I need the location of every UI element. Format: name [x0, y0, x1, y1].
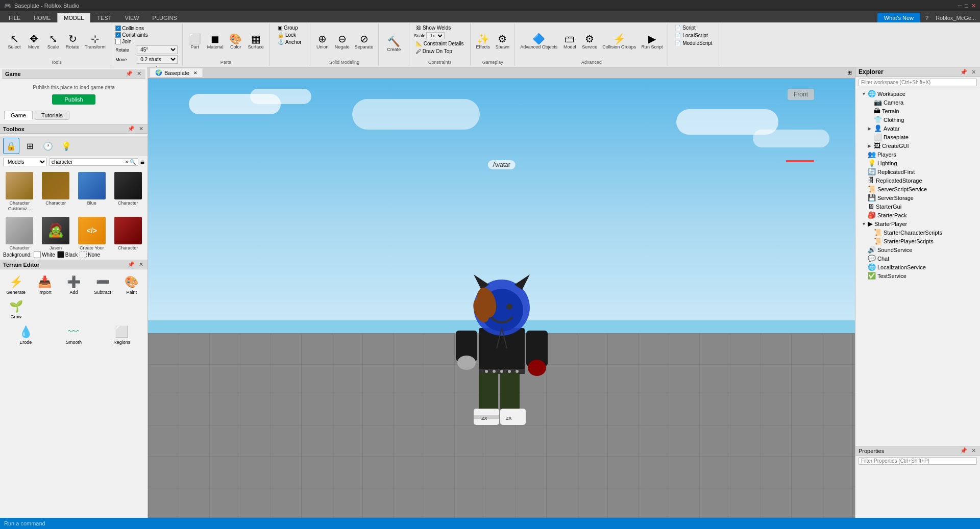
toolbox-item[interactable]: </> Create Your: [75, 215, 110, 249]
tree-item-startercharacterscripts[interactable]: 📜StarterCharacterScripts: [855, 228, 980, 237]
tree-item-serverscriptservice[interactable]: 📜ServerScriptService: [855, 185, 980, 193]
material-btn[interactable]: ◼ Material: [205, 33, 226, 51]
toolbox-item[interactable]: Character: [38, 170, 74, 214]
terrain-subtract-btn[interactable]: ➖ Subtract: [89, 273, 117, 297]
model-btn[interactable]: 🗃 Model: [560, 33, 579, 51]
toolbox-icon-marketplace[interactable]: 💡: [58, 138, 75, 154]
bg-none[interactable]: None: [80, 251, 100, 258]
rotate-btn[interactable]: ↻ Rotate: [63, 33, 82, 51]
command-input[interactable]: [4, 520, 976, 526]
baseplate-tab[interactable]: 🌍 Baseplate ✕: [150, 68, 203, 77]
transform-btn[interactable]: ⊹ Transform: [83, 33, 108, 51]
toolbox-item[interactable]: Character: [110, 215, 145, 249]
game-tab-tutorials[interactable]: Tutorials: [35, 111, 69, 120]
group-btn[interactable]: ▣Group: [276, 24, 304, 31]
constraints-checkbox[interactable]: ✓ Constraints: [115, 32, 148, 38]
script-btn[interactable]: 📄Script: [673, 24, 714, 31]
help-btn[interactable]: ?: [922, 13, 932, 22]
category-dropdown[interactable]: Models Free Models Plugins: [3, 158, 47, 166]
toolbox-pin[interactable]: 📌: [127, 125, 136, 132]
union-btn[interactable]: ⊕ Union: [313, 33, 332, 51]
minimize-btn[interactable]: ─: [958, 3, 962, 9]
create-btn[interactable]: 🔨 Create: [385, 35, 403, 53]
props-close[interactable]: ✕: [970, 447, 977, 454]
game-tab-game[interactable]: Game: [4, 111, 33, 120]
props-pin[interactable]: 📌: [959, 447, 968, 454]
toolbox-item[interactable]: Blue: [75, 170, 110, 214]
terrain-add-btn[interactable]: ➕ Add: [60, 273, 88, 297]
toolbox-icon-inventory[interactable]: ⊞: [21, 138, 38, 154]
filter-options-btn[interactable]: ≡: [140, 158, 144, 166]
terrain-pin[interactable]: 📌: [127, 261, 136, 268]
game-panel-pin[interactable]: 📌: [125, 70, 134, 77]
tree-item-creategui[interactable]: ▶🖼CreateGUI: [855, 141, 980, 150]
terrain-regions-btn[interactable]: ⬜ Regions: [99, 323, 145, 347]
maximize-viewport-btn[interactable]: ⊞: [844, 68, 855, 77]
tree-item-baseplate[interactable]: ⬜Baseplate: [855, 133, 980, 141]
tree-item-serverstorage[interactable]: 💾ServerStorage: [855, 193, 980, 202]
tree-item-localizationservice[interactable]: 🌐LocalizationService: [855, 263, 980, 271]
select-btn[interactable]: ↖ Select: [5, 33, 23, 51]
tree-item-starterplayerscripts[interactable]: 📜StarterPlayerScripts: [855, 237, 980, 245]
tree-item-soundservice[interactable]: 🔊SoundService: [855, 245, 980, 254]
tree-item-chat[interactable]: 💬Chat: [855, 254, 980, 263]
tab-plugins[interactable]: PLUGINS: [146, 13, 184, 22]
search-submit-btn[interactable]: 🔍: [130, 159, 136, 165]
scale-select[interactable]: 1x2x: [426, 32, 445, 39]
tree-item-replicatedstorage[interactable]: 🗄ReplicatedStorage: [855, 176, 980, 185]
search-clear-btn[interactable]: ✕: [125, 159, 129, 165]
baseplate-tab-close[interactable]: ✕: [193, 70, 198, 75]
close-btn[interactable]: ✕: [971, 3, 976, 9]
tree-item-testservice[interactable]: ✅TestService: [855, 271, 980, 280]
advanced-objects-btn[interactable]: 🔷 Advanced Objects: [518, 33, 559, 51]
surface-btn[interactable]: ▦ Surface: [246, 33, 266, 51]
tree-item-starterpack[interactable]: 🎒StarterPack: [855, 211, 980, 219]
run-script-btn[interactable]: ▶ Run Script: [639, 33, 665, 51]
search-input[interactable]: [52, 159, 125, 165]
lock-btn[interactable]: 🔒Lock: [276, 32, 304, 38]
terrain-erode-btn[interactable]: 💧 Erode: [2, 323, 49, 347]
publish-button[interactable]: Publish: [52, 94, 95, 105]
viewport[interactable]: Front Avatar: [148, 79, 855, 518]
spawn-btn[interactable]: ⚙ Spawn: [493, 33, 511, 51]
game-panel-close[interactable]: ✕: [136, 70, 142, 77]
toolbox-item[interactable]: 🧟 Jason: [38, 215, 74, 249]
tree-item-lighting[interactable]: 💡Lighting: [855, 159, 980, 167]
tree-item-replicatedfirst[interactable]: 🔄ReplicatedFirst: [855, 167, 980, 176]
local-script-btn[interactable]: 📄LocalScript: [673, 32, 714, 39]
move-btn[interactable]: ✥ Move: [24, 33, 43, 51]
bg-white[interactable]: White: [34, 251, 55, 258]
tab-file[interactable]: FILE: [2, 13, 27, 22]
tab-home[interactable]: HOME: [27, 13, 57, 22]
tree-item-avatar[interactable]: ▶👤Avatar: [855, 124, 980, 133]
explorer-search-input[interactable]: [859, 79, 977, 86]
explorer-pin[interactable]: 📌: [959, 69, 968, 75]
tab-test[interactable]: TEST: [90, 13, 118, 22]
terrain-generate-btn[interactable]: ⚡ Generate: [2, 273, 30, 297]
tree-item-terrain[interactable]: 🏔Terrain: [855, 107, 980, 115]
separate-btn[interactable]: ⊘ Separate: [353, 33, 376, 51]
maximize-btn[interactable]: □: [965, 3, 968, 9]
terrain-import-btn[interactable]: 📥 Import: [31, 273, 59, 297]
tree-item-players[interactable]: 👥Players: [855, 150, 980, 159]
toolbox-item[interactable]: Character Customiz...: [2, 170, 37, 214]
props-search-input[interactable]: [859, 457, 977, 465]
explorer-close[interactable]: ✕: [970, 69, 977, 75]
move-input[interactable]: 0.2 studs1 stud: [137, 55, 178, 64]
negate-btn[interactable]: ⊖ Negate: [333, 33, 352, 51]
tab-model[interactable]: MODEL: [57, 13, 90, 22]
effects-btn[interactable]: ✨ Effects: [474, 33, 492, 51]
rotate-input[interactable]: 45°90°15°: [137, 45, 178, 54]
terrain-close[interactable]: ✕: [138, 261, 144, 268]
part-btn[interactable]: ⬜ Part: [186, 33, 204, 51]
show-welds-btn[interactable]: ⛓Show Welds: [414, 24, 466, 31]
bg-black[interactable]: Black: [57, 251, 78, 258]
anchor-btn[interactable]: ⚓Anchor: [276, 39, 304, 45]
toolbox-close[interactable]: ✕: [138, 125, 144, 132]
toolbox-icon-models[interactable]: 🔒: [3, 138, 19, 154]
tab-view[interactable]: VIEW: [118, 13, 145, 22]
whats-new-btn[interactable]: What's New: [877, 13, 920, 22]
constraint-details-btn[interactable]: 📐 Constraint Details: [414, 40, 466, 47]
toolbox-item[interactable]: Character: [110, 170, 145, 214]
toolbox-icon-recent[interactable]: 🕐: [40, 138, 56, 154]
